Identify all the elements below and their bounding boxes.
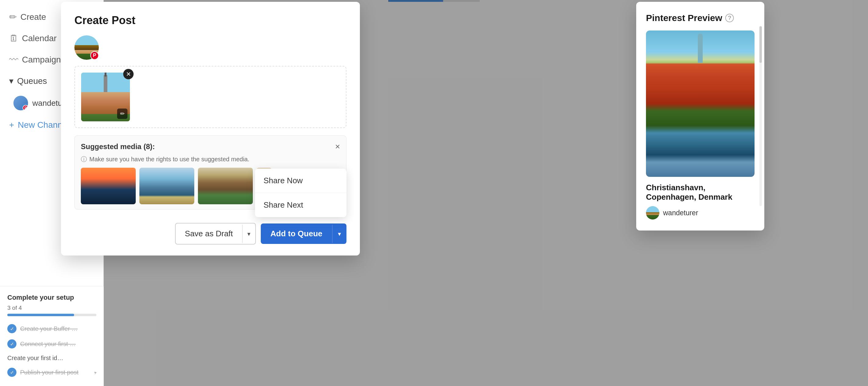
create-icon: ✏ — [9, 11, 17, 22]
check-icon-1: ✓ — [7, 324, 17, 333]
create-post-modal: Create Post P ✕ ✏ Suggested media (8): ×… — [61, 2, 360, 256]
setup-step-2[interactable]: ✓ Connect your first … — [7, 336, 96, 352]
setup-section: Complete your setup 3 of 4 ✓ Create your… — [0, 286, 104, 386]
suggested-media-title: Suggested media (8): — [81, 142, 155, 151]
modal-scrollbar[interactable] — [760, 26, 762, 206]
preview-user: wandeturer — [646, 206, 754, 220]
share-next-option[interactable]: Share Next — [255, 193, 346, 217]
info-icon: ⓘ — [81, 155, 87, 163]
remove-image-button[interactable]: ✕ — [123, 69, 133, 79]
media-thumbnail-3[interactable] — [198, 168, 253, 204]
calendar-icon: 🗓 — [9, 33, 18, 43]
sidebar-item-create-label: Create — [21, 12, 46, 22]
setup-progress-text: 3 of 4 — [7, 304, 96, 311]
help-icon[interactable]: ? — [725, 14, 734, 22]
sidebar-item-campaigns-label: Campaigns — [22, 55, 65, 65]
suggested-warning: ⓘ Make sure you have the rights to use t… — [81, 155, 340, 163]
pinterest-preview-modal: Pinterest Preview ? Christianshavn, Cope… — [636, 2, 764, 230]
suggested-warning-text: Make sure you have the rights to use the… — [89, 156, 249, 163]
media-thumbnail-2[interactable] — [140, 168, 194, 204]
suggested-media-close-button[interactable]: × — [335, 142, 340, 152]
copenhagen-canal-image — [646, 31, 754, 177]
uploaded-image-wrap: ✕ ✏ — [81, 72, 130, 121]
preview-image — [646, 31, 754, 177]
account-avatar-wrap[interactable]: P — [74, 35, 99, 60]
preview-title-row: Pinterest Preview ? — [646, 13, 754, 23]
plus-icon: + — [9, 120, 14, 130]
sidebar-item-calendar-label: Calendar — [22, 34, 57, 43]
add-to-queue-dropdown-button[interactable]: ▾ — [332, 225, 346, 243]
preview-avatar — [646, 206, 659, 220]
setup-step-4-label: Publish your first post — [20, 369, 79, 376]
account-pinterest-badge: P — [90, 51, 99, 60]
scrollbar-thumb — [760, 26, 762, 63]
edit-image-button[interactable]: ✏ — [117, 108, 127, 119]
setup-progress-fill — [7, 314, 74, 316]
add-to-queue-button[interactable]: Add to Queue — [261, 224, 332, 244]
chevron-down-icon: ▾ — [9, 76, 13, 86]
save-draft-button-group[interactable]: Save as Draft ▾ — [175, 223, 256, 245]
setup-step-1[interactable]: ✓ Create your Buffer … — [7, 321, 96, 336]
setup-progress-bar — [7, 314, 96, 316]
preview-location: Christianshavn, Copenhagen, Denmark — [646, 183, 754, 202]
create-post-title: Create Post — [74, 14, 346, 27]
save-draft-button[interactable]: Save as Draft — [176, 224, 242, 244]
add-to-queue-button-group[interactable]: Add to Queue ▾ — [261, 224, 346, 244]
upload-area[interactable]: ✕ ✏ — [74, 66, 346, 128]
setup-title: Complete your setup — [7, 294, 96, 301]
preview-username: wandeturer — [663, 209, 698, 217]
save-draft-dropdown-button[interactable]: ▾ — [242, 225, 255, 243]
setup-step-2-label: Connect your first … — [20, 341, 75, 348]
setup-step-4[interactable]: ✓ Publish your first post › — [7, 365, 96, 380]
channel-avatar: P — [13, 96, 28, 110]
action-dropdown-menu: Share Now Share Next — [255, 169, 346, 217]
campaigns-icon: 〰 — [9, 55, 18, 65]
setup-step-3[interactable]: Create your first id… — [7, 352, 96, 365]
check-icon-2: ✓ — [7, 340, 17, 349]
pinterest-badge: P — [23, 105, 28, 110]
step-arrow-icon: › — [94, 369, 96, 376]
sidebar-queues-label: Queues — [17, 76, 47, 86]
action-bar: Save as Draft ▾ Add to Queue ▾ Share Now… — [74, 217, 346, 245]
setup-step-3-label: Create your first id… — [7, 355, 63, 362]
share-now-option[interactable]: Share Now — [255, 169, 346, 193]
setup-step-1-label: Create your Buffer … — [20, 325, 78, 332]
pinterest-preview-title: Pinterest Preview — [646, 13, 722, 23]
check-icon-4: ✓ — [7, 368, 17, 377]
suggested-header: Suggested media (8): × — [81, 142, 340, 152]
media-thumbnail-1[interactable] — [81, 168, 136, 204]
